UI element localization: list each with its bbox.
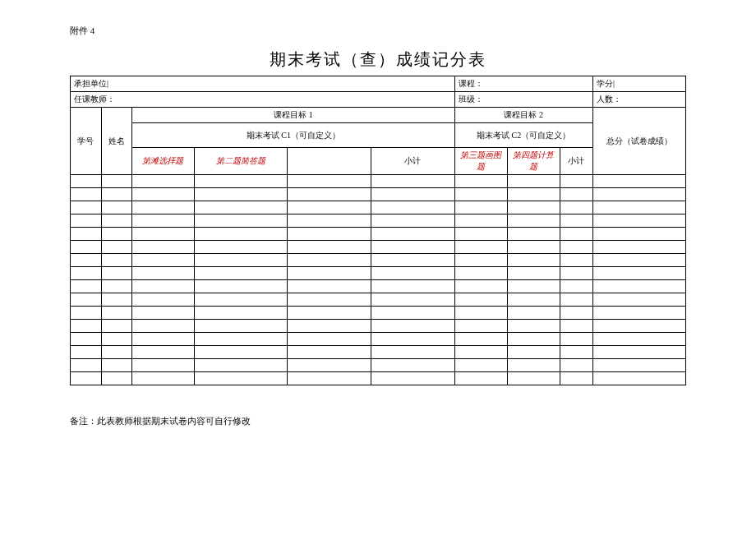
teacher-label: 任课教师： (71, 92, 455, 108)
table-cell (560, 241, 593, 254)
col-q4: 第四题计算题 (507, 148, 560, 175)
table-cell (287, 359, 371, 372)
table-cell (507, 228, 560, 241)
table-cell (371, 188, 454, 201)
table-cell (132, 214, 194, 228)
table-cell (132, 320, 194, 333)
table-cell (71, 307, 102, 320)
header-row-1: 学号 姓名 课程目标 1 课程目标 2 总分（试卷成绩） (71, 108, 686, 123)
class-label: 班级： (454, 92, 592, 108)
table-cell (287, 346, 371, 359)
table-cell (194, 228, 287, 241)
table-cell (560, 267, 593, 280)
table-cell (371, 333, 454, 346)
table-cell (194, 346, 287, 359)
score-table: 承担单位| 课程： 学分| 任课教师： 班级： 人数： 学号 姓名 课程目标 1… (70, 76, 686, 385)
table-cell (560, 346, 593, 359)
table-cell (592, 241, 685, 254)
table-cell (592, 320, 685, 333)
table-cell (592, 267, 685, 280)
table-cell (71, 214, 102, 228)
table-cell (194, 372, 287, 385)
table-cell (194, 241, 287, 254)
table-cell (71, 372, 102, 385)
table-cell (132, 280, 194, 293)
table-cell (101, 333, 132, 346)
table-cell (132, 346, 194, 359)
table-row (71, 201, 686, 214)
table-row (71, 372, 686, 385)
col-mubiao1: 课程目标 1 (132, 108, 454, 123)
table-cell (560, 188, 593, 201)
table-cell (71, 280, 102, 293)
table-cell (287, 228, 371, 241)
table-cell (507, 280, 560, 293)
page-title: 期末考试（查）成绩记分表 (70, 48, 686, 71)
col-xuehao: 学号 (71, 108, 102, 175)
table-cell (287, 307, 371, 320)
table-cell (592, 359, 685, 372)
table-cell (194, 307, 287, 320)
table-cell (507, 214, 560, 228)
table-cell (101, 254, 132, 267)
table-cell (454, 346, 507, 359)
table-cell (592, 372, 685, 385)
table-cell (507, 333, 560, 346)
table-cell (371, 320, 454, 333)
table-cell (592, 214, 685, 228)
table-cell (560, 359, 593, 372)
table-cell (454, 293, 507, 307)
table-cell (454, 254, 507, 267)
table-cell (454, 372, 507, 385)
table-cell (71, 346, 102, 359)
table-cell (287, 188, 371, 201)
col-xiaoji1: 小计 (371, 148, 454, 175)
col-exam-c1: 期末考试 C1（可自定义） (132, 123, 454, 148)
table-cell (507, 188, 560, 201)
table-cell (371, 307, 454, 320)
table-row (71, 333, 686, 346)
table-cell (454, 241, 507, 254)
table-cell (101, 214, 132, 228)
info-row-1: 承担单位| 课程： 学分| (71, 76, 686, 92)
table-cell (132, 228, 194, 241)
table-row (71, 320, 686, 333)
table-cell (287, 175, 371, 188)
col-q3: 第三题画图题 (454, 148, 507, 175)
col-q1: 第滩选拝题 (132, 148, 194, 175)
table-cell (101, 188, 132, 201)
table-cell (560, 280, 593, 293)
table-cell (507, 307, 560, 320)
table-cell (101, 201, 132, 214)
table-cell (371, 175, 454, 188)
table-cell (454, 214, 507, 228)
table-cell (507, 293, 560, 307)
table-cell (560, 175, 593, 188)
table-cell (101, 372, 132, 385)
table-cell (287, 293, 371, 307)
table-cell (592, 346, 685, 359)
table-cell (371, 254, 454, 267)
table-row (71, 346, 686, 359)
table-cell (194, 175, 287, 188)
table-cell (132, 201, 194, 214)
table-cell (101, 267, 132, 280)
col-q2: 第二题简答题 (194, 148, 287, 175)
table-cell (132, 175, 194, 188)
table-row (71, 280, 686, 293)
table-cell (371, 346, 454, 359)
table-cell (507, 254, 560, 267)
table-cell (194, 254, 287, 267)
table-cell (287, 254, 371, 267)
info-row-2: 任课教师： 班级： 人数： (71, 92, 686, 108)
table-cell (101, 175, 132, 188)
col-exam-c2: 期末考试 C2（可自定义） (454, 123, 592, 148)
table-cell (287, 320, 371, 333)
table-cell (560, 293, 593, 307)
table-cell (592, 293, 685, 307)
table-cell (560, 228, 593, 241)
table-cell (101, 241, 132, 254)
table-cell (454, 359, 507, 372)
table-cell (371, 372, 454, 385)
table-cell (101, 320, 132, 333)
